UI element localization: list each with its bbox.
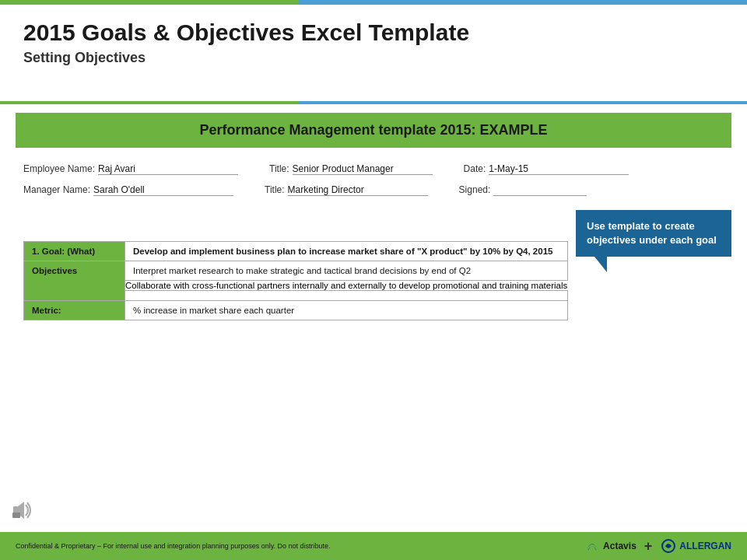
accent-bar: [0, 101, 747, 104]
speaker-icon: [12, 499, 35, 525]
tooltip-arrow-icon: [591, 253, 622, 276]
objective-3: [125, 291, 568, 301]
employee-row: Employee Name: Raj Avari Title: Senior P…: [23, 163, 724, 175]
speaker-svg: [12, 499, 35, 522]
footer: Confidential & Proprietary – For interna…: [0, 532, 747, 560]
plus-icon: +: [644, 538, 653, 555]
signed-value: [493, 184, 587, 196]
signed-group: Signed:: [459, 184, 603, 196]
employee-date-value: 1-May-15: [489, 163, 629, 175]
goals-table: 1. Goal: (What) Develop and implement bu…: [23, 241, 568, 320]
allergan-logo: ALLERGAN: [660, 538, 731, 554]
allergan-text: ALLERGAN: [679, 541, 731, 551]
objective-1: Interpret market research to make strate…: [125, 261, 568, 281]
objectives-header-row: Objectives Interpret market research to …: [24, 261, 568, 281]
employee-title-label: Title:: [269, 163, 289, 174]
employee-date-group: Date: 1-May-15: [464, 163, 645, 175]
signed-label: Signed:: [459, 184, 491, 195]
goal-label: 1. Goal: (What): [24, 242, 125, 261]
employee-name-label: Employee Name:: [23, 163, 95, 174]
section-header: Performance Management template 2015: EX…: [16, 113, 731, 148]
manager-name-label: Manager Name:: [23, 184, 90, 195]
employee-date-label: Date:: [464, 163, 486, 174]
footer-text: Confidential & Proprietary – For interna…: [16, 542, 331, 550]
manager-title-value: Marketing Director: [288, 184, 428, 196]
tooltip: Use template to create objectives under …: [576, 210, 731, 257]
actavis-icon: [584, 538, 601, 554]
metric-row: Metric: % increase in market share each …: [24, 301, 568, 320]
manager-name-group: Manager Name: Sarah O'dell: [23, 184, 249, 196]
section-header-text: Performance Management template 2015: EX…: [199, 122, 547, 138]
objectives-label: Objectives: [24, 261, 125, 301]
header: 2015 Goals & Objectives Excel Template S…: [0, 5, 747, 72]
employee-info: Employee Name: Raj Avari Title: Senior P…: [16, 163, 731, 205]
sub-title: Setting Objectives: [23, 50, 724, 66]
svg-rect-3: [12, 513, 20, 518]
actavis-text: Actavis: [603, 541, 637, 551]
footer-logos: Actavis + ALLERGAN: [584, 538, 731, 555]
manager-row: Manager Name: Sarah O'dell Title: Market…: [23, 184, 724, 196]
employee-title-value: Senior Product Manager: [293, 163, 433, 175]
metric-value: % increase in market share each quarter: [125, 301, 568, 320]
goal-row: 1. Goal: (What) Develop and implement bu…: [24, 242, 568, 261]
manager-title-label: Title:: [265, 184, 285, 195]
employee-name-value: Raj Avari: [98, 163, 238, 175]
manager-name-value: Sarah O'dell: [93, 184, 233, 196]
main-title: 2015 Goals & Objectives Excel Template: [23, 19, 724, 47]
employee-name-group: Employee Name: Raj Avari: [23, 163, 254, 175]
svg-marker-0: [591, 253, 607, 272]
allergan-icon: [660, 538, 677, 554]
metric-label: Metric:: [24, 301, 125, 320]
employee-title-group: Title: Senior Product Manager: [269, 163, 448, 175]
manager-title-group: Title: Marketing Director: [265, 184, 444, 196]
actavis-logo: Actavis: [584, 538, 637, 554]
goal-value: Develop and implement business plan to i…: [125, 242, 568, 261]
tooltip-text: Use template to create objectives under …: [587, 220, 717, 246]
